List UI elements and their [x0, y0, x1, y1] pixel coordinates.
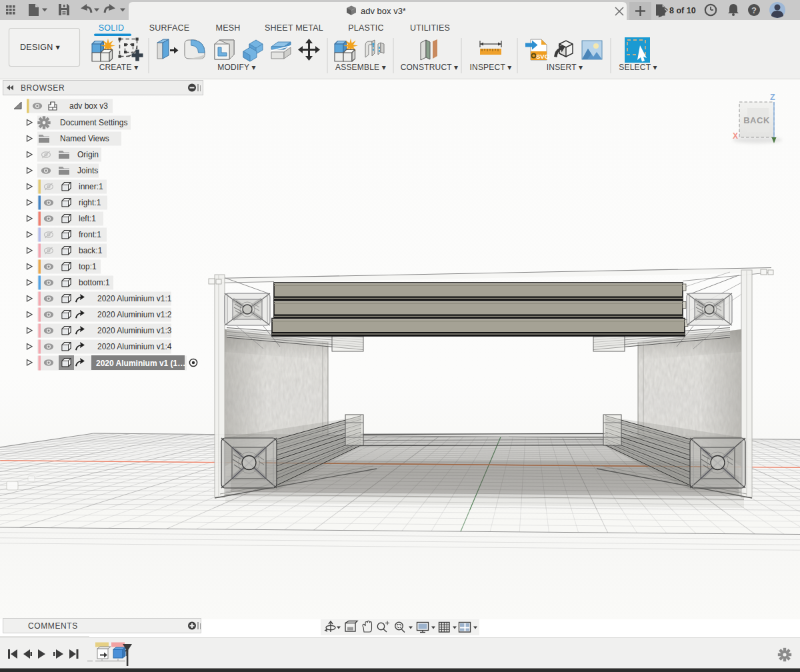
svg-text:CONSTRUCT ▾: CONSTRUCT ▾: [401, 63, 459, 72]
svg-text:Joints: Joints: [77, 166, 98, 175]
svg-text:adv box v3*: adv box v3*: [361, 6, 406, 16]
svg-text:8 of 10: 8 of 10: [669, 6, 696, 15]
svg-text:SOLID: SOLID: [99, 23, 125, 33]
svg-text:?: ?: [751, 5, 757, 15]
svg-text:COMMENTS: COMMENTS: [28, 621, 78, 631]
svg-text:CREATE ▾: CREATE ▾: [99, 63, 139, 72]
svg-text:2020 Aluminium v1:4: 2020 Aluminium v1:4: [97, 342, 172, 351]
svg-text:SVG: SVG: [536, 53, 549, 60]
svg-text:INSERT ▾: INSERT ▾: [547, 63, 583, 72]
svg-text:MODIFY ▾: MODIFY ▾: [217, 63, 255, 72]
svg-text:inner:1: inner:1: [79, 182, 103, 191]
svg-text:SURFACE: SURFACE: [149, 23, 189, 33]
svg-text:2020 Aluminium v1 (1…: 2020 Aluminium v1 (1…: [96, 359, 185, 368]
svg-text:2020 Aluminium v1:2: 2020 Aluminium v1:2: [97, 310, 172, 319]
svg-text:INSPECT ▾: INSPECT ▾: [470, 63, 512, 72]
svg-text:MESH: MESH: [216, 23, 241, 33]
svg-text:adv box v3: adv box v3: [69, 101, 108, 111]
svg-text:UTILITIES: UTILITIES: [410, 23, 450, 33]
svg-text:2020 Aluminium v1:3: 2020 Aluminium v1:3: [97, 326, 172, 335]
svg-text:Origin: Origin: [77, 150, 99, 159]
svg-text:BACK: BACK: [743, 115, 770, 125]
svg-text:2020 Aluminium v1:1: 2020 Aluminium v1:1: [97, 294, 172, 303]
svg-text:X: X: [733, 131, 738, 141]
svg-text:BROWSER: BROWSER: [21, 83, 65, 93]
svg-text:DESIGN ▾: DESIGN ▾: [20, 43, 60, 52]
svg-text:left:1: left:1: [79, 214, 96, 223]
svg-text:Document Settings: Document Settings: [60, 118, 127, 127]
svg-text:PLASTIC: PLASTIC: [348, 23, 384, 33]
svg-text:front:1: front:1: [79, 230, 101, 239]
svg-text:back:1: back:1: [79, 246, 103, 255]
svg-text:ASSEMBLE ▾: ASSEMBLE ▾: [335, 63, 386, 72]
svg-text:Z: Z: [770, 93, 775, 102]
svg-text:bottom:1: bottom:1: [79, 278, 110, 287]
svg-text:SHEET METAL: SHEET METAL: [265, 23, 323, 33]
svg-text:SELECT ▾: SELECT ▾: [619, 63, 657, 72]
svg-text:right:1: right:1: [79, 198, 101, 207]
svg-text:top:1: top:1: [79, 262, 97, 271]
svg-text:Named Views: Named Views: [60, 134, 109, 143]
